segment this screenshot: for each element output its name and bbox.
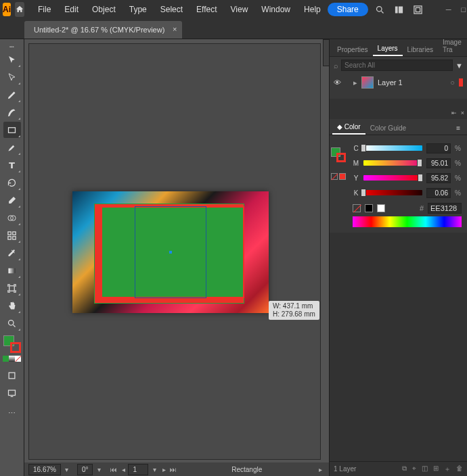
layer-name[interactable]: Layer 1 <box>378 78 446 87</box>
new-sublayer-icon[interactable]: ⊞ <box>433 465 439 474</box>
gradient-tool[interactable] <box>3 262 21 279</box>
rotate-dropdown[interactable]: ▾ <box>94 466 104 473</box>
arrange-documents-icon[interactable] <box>393 3 406 16</box>
y-value[interactable]: 95.82 <box>426 173 451 183</box>
eyedropper-tool[interactable] <box>3 245 21 261</box>
k-slider[interactable] <box>363 190 422 195</box>
m-label: M <box>353 160 359 167</box>
menu-file[interactable]: File <box>31 0 58 19</box>
c-value[interactable]: 0 <box>426 143 451 153</box>
m-pct: % <box>455 160 462 167</box>
home-button[interactable] <box>15 2 24 17</box>
tab-properties[interactable]: Properties <box>332 43 373 56</box>
menu-type[interactable]: Type <box>123 0 154 19</box>
k-value[interactable]: 0.06 <box>426 188 451 198</box>
draw-mode-normal[interactable] <box>3 367 21 383</box>
layer-search-input[interactable] <box>341 60 453 71</box>
menu-select[interactable]: Select <box>154 0 190 19</box>
layer-thumbnail <box>361 76 374 89</box>
tab-layers[interactable]: Layers <box>373 42 403 56</box>
y-slider[interactable] <box>363 175 422 181</box>
menu-help[interactable]: Help <box>297 0 328 19</box>
rectangle-tool[interactable] <box>3 122 21 138</box>
layer-collect-icon[interactable]: ⧉ <box>402 465 407 474</box>
width-tool[interactable] <box>3 227 21 243</box>
workspace-icon[interactable] <box>412 3 425 16</box>
locate-object-icon[interactable]: ⌖ <box>412 465 416 474</box>
screen-mode[interactable] <box>3 385 21 401</box>
tab-image-trace[interactable]: Image Tra <box>438 36 466 56</box>
layer-row[interactable]: 👁 ▸ Layer 1 ○ <box>330 74 467 91</box>
type-tool[interactable] <box>3 157 21 173</box>
toolbar-grip[interactable]: ┄ <box>3 43 21 50</box>
tab-color-guide[interactable]: Color Guide <box>365 122 411 135</box>
menu-edit[interactable]: Edit <box>58 0 85 19</box>
search-icon[interactable] <box>374 3 387 16</box>
selection-tool[interactable] <box>3 51 21 68</box>
new-layer-icon[interactable]: ＋ <box>444 465 451 474</box>
color-mode-row[interactable] <box>3 356 21 362</box>
menu-object[interactable]: Object <box>85 0 123 19</box>
prev-artboard[interactable]: ◂ <box>118 466 128 473</box>
expand-layer-icon[interactable]: ▸ <box>353 78 357 87</box>
hand-tool[interactable] <box>3 298 21 314</box>
black-swatch[interactable] <box>365 204 373 212</box>
direct-selection-tool[interactable] <box>3 69 21 85</box>
visibility-icon[interactable]: 👁 <box>334 78 341 87</box>
close-tab-icon[interactable]: × <box>173 25 177 33</box>
color-panel-menu-icon[interactable]: ≡ <box>452 122 464 135</box>
rotate-tool[interactable] <box>3 174 21 191</box>
artboard-dropdown[interactable]: ▾ <box>150 466 159 473</box>
make-clipping-mask-icon[interactable]: ◫ <box>422 465 428 474</box>
pen-tool[interactable] <box>3 87 21 103</box>
c-slider[interactable] <box>363 145 422 151</box>
k-pct: % <box>455 189 462 197</box>
zoom-tool[interactable] <box>3 315 21 331</box>
svg-rect-11 <box>8 236 11 239</box>
artboard-number[interactable]: 1 <box>128 464 148 475</box>
first-artboard[interactable]: ⏮ <box>109 466 118 473</box>
menu-effect[interactable]: Effect <box>190 0 223 19</box>
maximize-button[interactable]: □ <box>459 5 467 14</box>
next-artboard[interactable]: ▸ <box>159 466 169 473</box>
minimize-button[interactable]: ─ <box>444 5 453 14</box>
artboard[interactable]: W: 437.1 mm H: 279.68 mm <box>72 191 269 313</box>
target-icon[interactable]: ○ <box>450 78 455 87</box>
zoom-field[interactable]: 16.67% <box>28 464 61 475</box>
color-spectrum[interactable] <box>353 216 462 227</box>
eraser-tool[interactable] <box>3 192 21 208</box>
fill-stroke-swatch[interactable] <box>3 335 21 353</box>
artboard-tool[interactable] <box>3 280 21 296</box>
tab-color[interactable]: ◆ Color <box>332 120 365 135</box>
document-tab-title: Untitled-2* @ 16.67 % (CMYK/Preview) <box>34 26 164 34</box>
menu-window[interactable]: Window <box>254 0 297 19</box>
close-panel-icon[interactable]: × <box>461 110 464 116</box>
svg-rect-12 <box>13 236 16 239</box>
curvature-tool[interactable] <box>3 104 21 120</box>
white-swatch[interactable] <box>377 204 385 212</box>
status-menu[interactable]: ▸ <box>315 466 325 473</box>
share-button[interactable]: Share <box>328 3 368 16</box>
last-artboard[interactable]: ⏭ <box>169 466 178 473</box>
edit-toolbar[interactable]: ⋯ <box>3 405 21 421</box>
menu-view[interactable]: View <box>224 0 255 19</box>
none-swatch-icon[interactable] <box>353 204 361 212</box>
hex-field[interactable]: EE3128 <box>428 203 462 214</box>
layer-filter-icon[interactable]: ▼ <box>455 62 463 70</box>
rotate-field[interactable]: 0° <box>77 464 93 475</box>
shape-builder-tool[interactable] <box>3 210 21 226</box>
m-value[interactable]: 95.01 <box>426 158 451 168</box>
none-color-icon[interactable] <box>331 173 338 180</box>
paintbrush-tool[interactable] <box>3 139 21 156</box>
last-color-swatch[interactable] <box>339 173 346 180</box>
document-tab[interactable]: Untitled-2* @ 16.67 % (CMYK/Preview) × <box>24 21 182 39</box>
stroke-swatch[interactable] <box>10 342 21 353</box>
comments-panel-icon[interactable] <box>323 39 329 66</box>
zoom-dropdown[interactable]: ▾ <box>62 466 72 473</box>
tab-libraries[interactable]: Libraries <box>403 43 438 56</box>
canvas-area[interactable]: W: 437.1 mm H: 279.68 mm 16.67% ▾ 0° ▾ ⏮… <box>24 39 329 476</box>
color-stroke-swatch[interactable] <box>336 153 346 162</box>
collapse-panel-icon[interactable]: ⇤ <box>451 110 457 116</box>
m-slider[interactable] <box>363 160 422 166</box>
delete-layer-icon[interactable]: 🗑 <box>456 465 463 474</box>
